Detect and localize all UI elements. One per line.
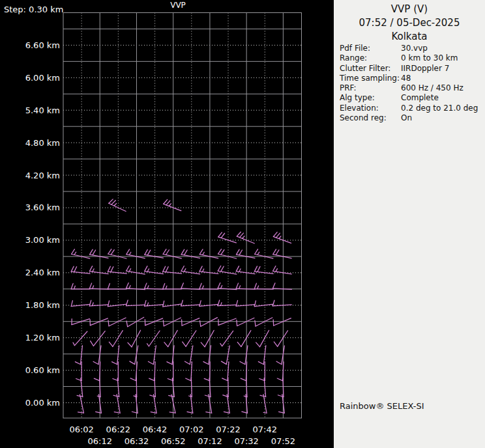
wind-barb	[163, 318, 181, 326]
param-value: On	[401, 113, 412, 123]
x-axis-label: 06:22	[106, 425, 130, 434]
wind-barb	[254, 301, 273, 307]
product-title: VVP (V)	[334, 3, 485, 16]
wind-barb	[218, 266, 237, 274]
scan-datetime: 07:52 / 05-Dec-2025	[334, 16, 485, 30]
wind-barb	[163, 266, 182, 273]
wind-barb	[72, 249, 90, 259]
wind-barb	[273, 232, 291, 244]
wind-barb	[126, 249, 145, 259]
x-axis-label: 06:12	[87, 436, 111, 446]
wind-barb-layer	[71, 199, 291, 413]
y-axis-label: 3.60 km	[25, 203, 60, 212]
parameter-list: Pdf File:30.vvpRange:0 km to 30 kmClutte…	[340, 44, 482, 123]
wind-barb	[256, 330, 269, 346]
y-axis-label: 6.60 km	[25, 40, 60, 50]
wind-barb	[273, 318, 291, 326]
site-name: Kolkata	[334, 30, 485, 44]
wind-barb	[224, 395, 229, 413]
wind-barb	[236, 300, 255, 306]
param-row: PRF:600 Hz / 450 Hz	[340, 83, 482, 93]
wind-barb	[163, 249, 181, 259]
param-value: 0.2 deg to 21.0 deg	[401, 104, 478, 113]
wind-barb	[94, 362, 100, 381]
wind-barb	[182, 318, 199, 326]
wind-barb	[273, 266, 292, 273]
wind-barb	[149, 362, 155, 381]
wind-barb	[109, 199, 126, 212]
y-axis-label: 3.00 km	[25, 235, 60, 245]
plot-border	[63, 13, 302, 419]
wind-barb	[145, 300, 164, 306]
x-axis-label: 06:02	[69, 425, 93, 434]
y-axis-label: 1.20 km	[25, 333, 60, 343]
param-value: Complete	[401, 93, 439, 103]
x-axis-label: 07:12	[198, 436, 222, 446]
y-axis-label: 4.20 km	[25, 171, 60, 180]
wind-barb	[108, 318, 126, 326]
x-axis-label: 07:02	[179, 425, 203, 434]
y-axis-label: 6.00 km	[25, 73, 60, 83]
wind-barb	[255, 318, 272, 326]
param-value: 600 Hz / 450 Hz	[401, 83, 463, 93]
wind-barb	[199, 301, 218, 307]
wind-barb	[183, 331, 196, 346]
height-step-label: Step: 0.30 km	[4, 5, 63, 14]
wind-barb	[221, 346, 229, 365]
param-label: PRF:	[340, 83, 401, 93]
wind-barb	[126, 317, 144, 327]
param-label: Range:	[340, 53, 401, 63]
wind-barb	[220, 331, 233, 346]
wind-barb	[199, 266, 218, 274]
wind-barb	[163, 283, 182, 288]
wind-barb	[147, 331, 160, 346]
wind-barb	[126, 283, 145, 289]
wind-barb	[218, 283, 237, 289]
vvp-application-window: 0.00 km0.60 km1.20 km1.80 km2.40 km3.00 …	[0, 0, 485, 448]
chart-title: VVP	[170, 1, 186, 10]
param-label: Time sampling:	[340, 74, 401, 83]
param-row: Alg type:Complete	[340, 93, 482, 103]
wind-barb	[273, 249, 291, 259]
wind-barb	[277, 362, 284, 381]
wind-barb	[184, 346, 192, 365]
wind-barb	[237, 331, 251, 347]
info-panel: VVP (V) 07:52 / 05-Dec-2025 Kolkata Pdf …	[334, 0, 485, 448]
param-row: Elevation:0.2 deg to 21.0 deg	[340, 104, 482, 113]
param-label: Clutter Filter:	[340, 64, 401, 74]
wind-barb	[218, 249, 237, 259]
wind-barb	[237, 318, 254, 326]
chart-axis-labels: 0.00 km0.60 km1.20 km1.80 km2.40 km3.00 …	[25, 40, 295, 446]
x-axis-label: 06:42	[143, 425, 167, 434]
param-label: Second reg:	[340, 113, 401, 123]
wind-barb	[108, 283, 126, 288]
wind-barb	[218, 232, 237, 243]
param-value: 0 km to 30 km	[401, 53, 458, 63]
wind-barb	[164, 330, 177, 346]
wind-barb	[128, 330, 141, 347]
param-value: 48	[401, 74, 411, 83]
wind-barb	[272, 300, 291, 306]
wind-barb	[263, 395, 267, 413]
wind-barb	[145, 318, 162, 326]
wind-barb	[274, 331, 287, 346]
wind-barb	[108, 301, 126, 307]
wind-barb	[181, 266, 200, 273]
vendor-footer: Rainbow® SELEX-SI	[340, 401, 424, 411]
param-label: Pdf File:	[340, 44, 401, 53]
param-row: Range:0 km to 30 km	[340, 53, 482, 63]
wind-barb	[181, 300, 200, 306]
chart-grid	[63, 13, 302, 419]
wind-barb	[89, 283, 108, 289]
wind-barb	[218, 300, 237, 306]
wind-barb	[145, 283, 164, 289]
wind-barb	[91, 331, 106, 346]
param-label: Alg type:	[340, 93, 401, 103]
wind-barb	[145, 266, 164, 274]
wind-barb	[199, 283, 218, 289]
y-axis-label: 0.60 km	[25, 365, 60, 375]
wind-barb	[163, 301, 182, 307]
wind-barb	[108, 249, 126, 259]
wind-barb	[90, 318, 108, 326]
wind-barb	[71, 283, 90, 288]
